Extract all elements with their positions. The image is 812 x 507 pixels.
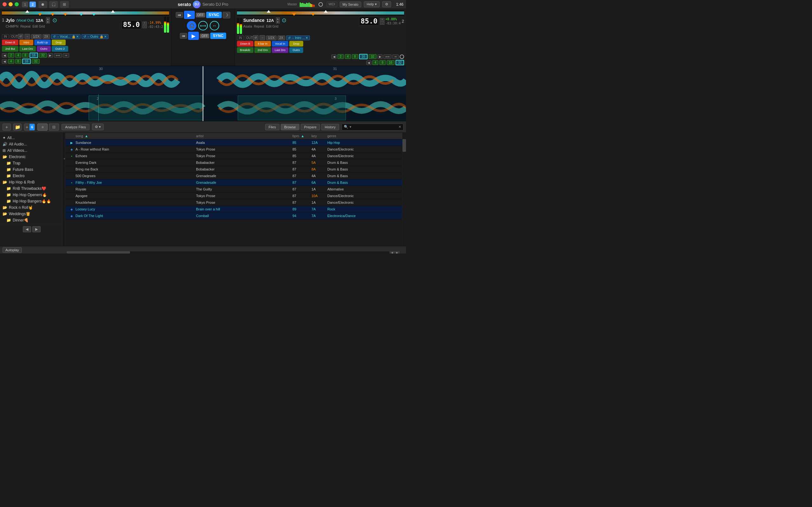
sidebar-item-hiphopopeners[interactable]: 📁 Hip Hop Openers🔥 [0,192,63,198]
scroll-left-button[interactable]: ◀ [390,251,395,253]
next-btn-right[interactable]: ▶ [377,55,383,59]
cue-outro-left[interactable]: Outro [37,46,51,52]
sync-right[interactable]: SYNC [210,33,226,39]
cue-build-left[interactable]: Build Up [34,40,51,45]
loop-16-right[interactable]: 16 [359,54,368,59]
edit-grid-right[interactable]: Edit Grid [266,25,278,28]
vinyl-icon-left[interactable]: ⊙ [52,17,57,24]
next-btn-left[interactable]: ▶ [48,53,53,58]
cue-drop-right[interactable]: Drop [289,41,303,47]
sidebar-item-electro[interactable]: 📁 Electro [0,173,63,179]
fullscreen-button[interactable] [14,2,19,6]
play-left[interactable]: ▶ [184,11,195,19]
header-genre[interactable]: genre [327,134,400,138]
track-row[interactable]: Knucklehead Tokyo Prose 87 1A Dance/Elec… [65,199,402,206]
add-track-button[interactable]: + [3,124,11,130]
two-x-left[interactable]: 2X [43,34,50,39]
sidebar-item-weddings[interactable]: 📂 Weddings👸 [0,211,63,217]
grid-icon[interactable]: ⊞ [60,1,69,8]
tab-prepare[interactable]: Prepare [301,124,320,130]
header-song[interactable]: song ▲ [75,134,196,138]
cue-2nddro-right[interactable]: 2nd Dro [254,47,271,53]
loop-arrow[interactable]: → [24,34,30,39]
pitch-down-right[interactable]: ▼ [276,20,280,23]
cue-down-b-left[interactable]: Down B [2,40,18,45]
play-right[interactable]: ▶ [188,32,199,40]
sidebar-item-trap[interactable]: 📁 Trap [0,160,63,166]
edit-grid-left[interactable]: Edit Grid [32,25,45,28]
add-folder-button[interactable]: 📁 [13,124,21,130]
library-settings-button[interactable]: ⚙ ▾ [92,124,104,130]
half-x-left[interactable]: 1/2X [31,34,42,39]
loop-reloop[interactable]: ↺ [18,34,23,39]
bpm-up-left[interactable]: + [142,21,147,25]
off-left[interactable]: OFF [196,13,205,17]
loop-32-left[interactable]: 32 [39,53,47,58]
loop-32-right[interactable]: 32 [368,54,376,59]
cue-vocalin-right[interactable]: Vocal In [272,41,288,47]
bpm-down-left[interactable]: - [142,25,147,28]
settings-icon[interactable]: ⚙ [382,1,391,7]
tab-browse[interactable]: Browse [281,124,299,130]
analyze-files-button[interactable]: Analyze Files [61,124,89,130]
track-row[interactable]: 500 Degrees Grenadesafe 87 4A Drum & Bas… [65,173,402,179]
scroll-right-button[interactable]: ▶ [395,251,400,253]
sidebar-item-futurebass[interactable]: 📁 Future Bass [0,166,63,173]
loop-4b-left[interactable]: 4 [8,59,14,64]
moon-left[interactable]: ☽ [223,12,230,18]
bottom-scrollbar-thumb[interactable] [67,251,130,253]
track-row[interactable]: Royale The Guilty 87 1A Alternative [65,186,402,193]
loop-2-left[interactable]: 2 [8,53,14,58]
compact-view-button[interactable]: ⊟ [49,124,59,130]
add-with-count-button[interactable]: + 6 [24,124,35,130]
pitch-up-right[interactable]: ▲ [276,17,280,20]
loop-16-left[interactable]: 16 [30,53,38,58]
headphone-icon-center[interactable]: 🎧 [187,21,196,31]
loop-arrows-right[interactable]: ⟺ [384,55,392,59]
loop-arrows-left[interactable]: ⟺ [54,53,62,58]
loop-8b-right[interactable]: 8 [379,60,386,65]
headphones-icon[interactable]: 🎧 [49,1,58,8]
loop-shift-right[interactable]: ⇒ [392,55,399,59]
loop-8-right[interactable]: 8 [352,54,358,59]
track-row[interactable]: Apogee Tokyo Prose 87 10A Dance/Electron… [65,193,402,199]
sidebar-item-rnb[interactable]: 📁 RnB Throwbacks❤️ [0,185,63,192]
track-row[interactable]: ▶ Sundance Asala 85 12A Hip Hop [65,139,402,146]
cue-outro2-left[interactable]: Outro 2 [52,46,68,52]
sidebar-item-dinner[interactable]: 📁 Dinner🍕 [0,217,63,223]
sidebar-scroll-down[interactable]: ▶ [32,226,41,232]
loop-shift-left[interactable]: ⇒ [63,53,69,58]
vinyl-icon-right[interactable]: ⊙ [282,17,287,24]
prev2-btn-right[interactable]: ◀ [366,60,371,65]
close-button[interactable] [3,2,7,6]
sidebar-item-hiphop[interactable]: 📂 Hip Hop & RnB [0,179,63,185]
prev-btn-right[interactable]: ◀ [332,55,337,59]
loop-4b-right[interactable]: 4 [372,60,379,65]
sync-left[interactable]: SYNC [206,12,222,18]
track-row[interactable]: ◈ Dark Of The Light Comball 94 7A Electr… [65,213,402,219]
repeat-left[interactable]: Repeat [20,25,31,28]
track-row[interactable]: ▪ Echoes Tokyo Prose 85 4A Dance/Electro… [65,153,402,159]
two-x-right[interactable]: 2X [277,36,285,40]
loop-32b-left[interactable]: 32 [32,59,40,64]
help-button[interactable]: Help ▾ [364,1,380,7]
track-row[interactable]: ◈ Loosey Lucy Brain over a hill 89 7A Ro… [65,206,402,213]
track-list-scrollbar[interactable] [402,133,406,247]
cue-drop-left[interactable]: Drop [52,40,66,45]
tab-files[interactable]: Files [265,124,280,130]
fx-intro-right[interactable]: ↺→ Intro ... ✕ [286,36,310,40]
pitch-down-left[interactable]: ▼ [46,20,50,23]
header-key[interactable]: key [311,134,327,138]
off-right[interactable]: OFF [200,34,209,38]
sidebar-item-audio[interactable]: 🔊 All Audio... [0,141,63,147]
loop-reloop-right[interactable]: ↺ [253,35,258,40]
pitch-up-left[interactable]: ▲ [46,17,50,20]
cue-breakdc-right[interactable]: Breakdc [237,47,253,53]
cue-lastdro-left[interactable]: Last Dro [19,46,36,52]
autoplay-button[interactable]: Autoplay [3,247,22,253]
sidebar-scroll-up[interactable]: ◀ [23,226,31,232]
sidebar-item-hiphopbangers[interactable]: 📁 Hip Hop Bangers🔥🔥 [0,198,63,205]
list-view-button[interactable]: ≡ [38,124,48,130]
cue-8bar-right[interactable]: 8 bar In [254,41,271,47]
loop-2-right[interactable]: 2 [338,54,344,59]
